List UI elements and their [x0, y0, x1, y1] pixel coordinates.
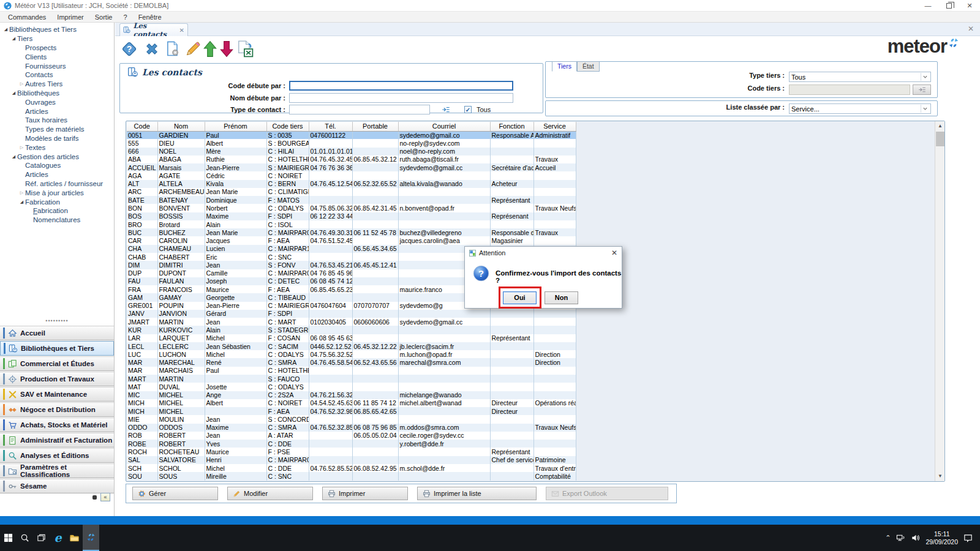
column-header-t-l[interactable]: Tél. — [309, 122, 352, 131]
taskbar-clock[interactable]: 15:11 29/09/2020 — [925, 530, 958, 546]
column-header-code[interactable]: Code — [127, 122, 157, 131]
tree-item-biblioth-ques[interactable]: ◢Bibliothèques — [0, 89, 114, 98]
nav-production-et-travaux[interactable]: Production et Travaux — [0, 372, 114, 386]
tree-item-mod-les-de-tarifs[interactable]: Modèles de tarifs — [0, 134, 114, 143]
tree-expanded-icon[interactable]: ◢ — [2, 27, 9, 32]
table-row[interactable]: 666NOELMèreC : HILAI01.01.01.01.01noel@n… — [127, 148, 576, 156]
tree-item-contacts[interactable]: Contacts — [0, 70, 114, 80]
dialog-close-icon[interactable]: ✕ — [611, 249, 617, 257]
column-header-nom[interactable]: Nom — [157, 122, 205, 131]
close-window-button[interactable]: ✕ — [959, 0, 980, 11]
table-row[interactable]: SALSALVATOREHenriC : MAIRPAR06Chef de se… — [127, 456, 576, 464]
table-row[interactable]: LARLARQUETMichelF : COSAN06 08 95 45 63R… — [127, 334, 576, 342]
table-row[interactable]: SCHSCHOLMichelC : DDE04.76.52.85.5206.08… — [127, 464, 576, 472]
nav-commercial-et-tudes[interactable]: Commercial et Études — [0, 356, 114, 371]
tree-expanded-icon[interactable]: ◢ — [18, 200, 25, 204]
table-row[interactable]: ALTALTELAKivalaC : BERN04.76.45.12.5406.… — [127, 180, 576, 188]
menu-item-imprimer[interactable]: Imprimer — [51, 12, 89, 22]
type-contact-input[interactable] — [289, 105, 430, 114]
internet-explorer-button[interactable]: e — [50, 525, 66, 551]
nav-param-tres-et-classifications[interactable]: Paramètres et Classifications — [0, 463, 114, 478]
type-contact-list-button[interactable] — [440, 105, 452, 114]
tree-item-autres-tiers[interactable]: ▷Autres Tiers — [0, 80, 114, 89]
table-row[interactable]: SOUSOUSMireilleC : SNCComptabilité — [127, 472, 576, 481]
table-row[interactable]: BROBrotardAlainC : ISOL — [127, 220, 576, 228]
column-header-pr-nom[interactable]: Prénom — [205, 122, 266, 131]
tree-item-catalogues[interactable]: Catalogues — [0, 161, 114, 170]
table-row[interactable]: ACCUEILMarsaisJean-PierreS : MAIRIEGRE04… — [127, 163, 576, 171]
imprimer-la-liste-button[interactable]: Imprimer la liste — [417, 487, 537, 500]
nav-s-same[interactable]: Sésame — [0, 479, 114, 493]
minimize-button[interactable]: — — [918, 0, 938, 11]
tree-item-fabrication[interactable]: Fabrication — [0, 206, 114, 216]
taskbar-search-button[interactable] — [17, 525, 33, 551]
table-row[interactable]: MICHMICHELF : AEA04.76.52.32.9806.85.65.… — [127, 407, 576, 415]
nav-n-goce-et-distribution[interactable]: Négoce et Distribution — [0, 402, 114, 417]
nav-administratif-et-facturation[interactable]: Administratif et Facturation — [0, 433, 114, 448]
tabbar-close-icon[interactable]: ✕ — [968, 24, 974, 33]
vertical-scrollbar[interactable]: ▲ ▼ — [935, 121, 944, 481]
scroll-up-icon[interactable]: ▲ — [935, 121, 945, 131]
table-row[interactable]: 0051GARDIENPaulS : 00350476001122sydedem… — [127, 131, 576, 139]
column-header-portable[interactable]: Portable — [352, 122, 398, 131]
non-button[interactable]: Non — [545, 291, 578, 304]
manage-doc-icon[interactable] — [163, 39, 183, 59]
close-icon[interactable] — [142, 39, 162, 59]
imprimer-button[interactable]: Imprimer — [322, 487, 408, 500]
speaker-icon[interactable] — [911, 533, 920, 542]
tree-expanded-icon[interactable]: ◢ — [10, 91, 17, 96]
meteor-taskbar-button[interactable] — [83, 525, 99, 551]
column-header-fonction[interactable]: Fonction — [490, 122, 533, 131]
table-row[interactable]: ROCHROCHETEAUMauriceF : PSEReprésentant — [127, 448, 576, 455]
tree-item-r-f-articles-fournisseur[interactable]: Réf. articles / fournisseur — [0, 179, 114, 189]
table-row[interactable]: BATEBATENAYDominiqueF : MATOSReprésentan… — [127, 196, 576, 204]
table-row[interactable]: CARCAROLINJacquesF : AEA04.76.51.52.45ja… — [127, 236, 576, 244]
file-explorer-button[interactable] — [66, 525, 83, 551]
table-row[interactable]: LUCLUCHONMichelC : ODALYS04.75.56.32.52m… — [127, 350, 576, 358]
table-row[interactable]: MICHMICHELAlbertC : NOIRET04.54.52.45.63… — [127, 399, 576, 407]
tree-item-types-de-mat-riels[interactable]: Types de matériels — [0, 125, 114, 134]
table-row[interactable]: JANVJANVIONGérardF : SDPI — [127, 310, 576, 318]
table-row[interactable]: AGAAGATECédricC : NOIRET — [127, 171, 576, 179]
menu-item-fen-tre[interactable]: Fenêtre — [133, 12, 167, 22]
table-row[interactable]: LECLLECLERCJean SébastienC : SACIM0446.5… — [127, 342, 576, 350]
tree-item-fournisseurs[interactable]: Fournisseurs — [0, 61, 114, 70]
tree-item-fabrication[interactable]: ◢Fabrication — [0, 197, 114, 206]
table-row[interactable]: KURKURKOVICAlainS : STADEGRE — [127, 326, 576, 334]
tree-item-taux-horaires[interactable]: Taux horaires — [0, 116, 114, 125]
nav-achats-stocks-et-mat-riel[interactable]: Achats, Stocks et Matériel — [0, 418, 114, 432]
scroll-down-icon[interactable]: ▼ — [935, 471, 945, 481]
nav-accueil[interactable]: Accueil — [0, 326, 114, 340]
export-arrow-down-icon[interactable] — [217, 39, 236, 59]
table-row[interactable]: 555DIEUAlbertS : BOURGEAno-reply@sydev.c… — [127, 139, 576, 147]
network-icon[interactable] — [896, 533, 905, 542]
menu-item-item[interactable]: ? — [118, 12, 133, 22]
table-row[interactable]: MARTMARTINS : FAUCO — [127, 375, 576, 383]
nom-debute-input[interactable] — [289, 93, 513, 103]
notification-center-icon[interactable] — [963, 533, 973, 542]
scrollbar-thumb[interactable] — [936, 132, 944, 146]
table-row[interactable]: BOSBOSSISMaximeF : SDPI06 12 22 33 44Rep… — [127, 212, 576, 220]
tree-expanded-icon[interactable]: ◢ — [10, 36, 17, 41]
tree-collapsed-icon[interactable]: ▷ — [18, 81, 25, 86]
tree-item-mise-jour-articles[interactable]: ▷Mise à jour articles — [0, 188, 114, 197]
table-row[interactable]: MICMICHELAngeC : 2S2A04.76.21.56.32miche… — [127, 391, 576, 399]
export-excel-icon[interactable] — [235, 39, 255, 59]
tree-item-textes[interactable]: ▷Textes — [0, 143, 114, 152]
nav-analyses-et-ditions[interactable]: Analyses et Éditions — [0, 448, 114, 463]
tree-item-biblioth-ques-et-tiers[interactable]: ◢Bibliothèques et Tiers — [0, 25, 114, 34]
menu-item-commandes[interactable]: Commandes — [2, 12, 51, 22]
tree-expanded-icon[interactable]: ◢ — [10, 154, 17, 159]
tree-item-gestion-des-articles[interactable]: ◢Gestion des articles — [0, 152, 114, 161]
table-row[interactable]: MARMARCHAISPaulC : HOTELTHE — [127, 367, 576, 375]
table-row[interactable]: JMARTMARTINJeanC : MART01020304050606060… — [127, 318, 576, 326]
collapse-sidebar-button[interactable]: « — [100, 493, 110, 501]
tree-collapsed-icon[interactable]: ▷ — [18, 145, 25, 150]
type-tiers-select[interactable]: Tous — [789, 72, 931, 82]
g-rer-button[interactable]: Gérer — [132, 487, 218, 500]
tree-item-nomenclatures[interactable]: Nomenclatures — [0, 216, 114, 225]
nav-sav-et-maintenance[interactable]: SAV et Maintenance — [0, 387, 114, 402]
table-row[interactable]: BUCBUCHEZJean MarieC : MAIRPAR0104.76.49… — [127, 228, 576, 236]
tree-item-tiers[interactable]: ◢Tiers — [0, 34, 114, 43]
table-row[interactable]: ARCARCHEMBEAUJean MarieC : CLIMATIGN — [127, 188, 576, 196]
